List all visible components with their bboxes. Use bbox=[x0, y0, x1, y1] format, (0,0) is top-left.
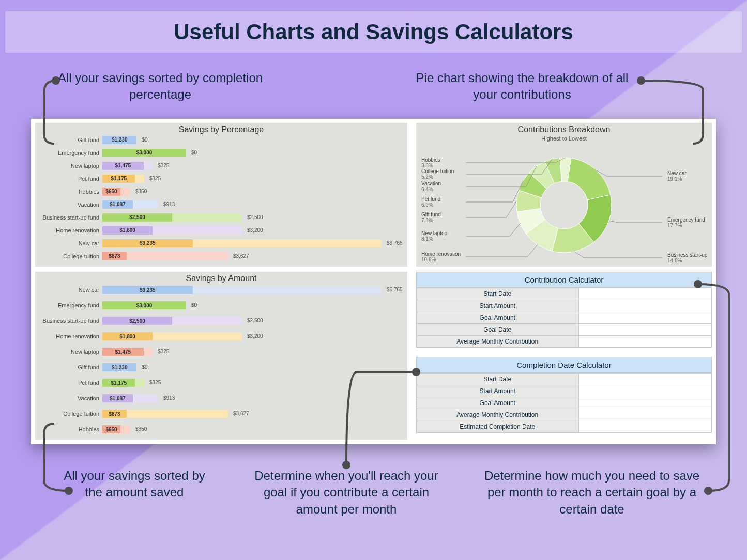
bar-segment-saved: $1,087 bbox=[102, 394, 133, 402]
bar-value-saved: $1,800 bbox=[119, 334, 135, 339]
donut-slice bbox=[568, 158, 611, 200]
bar-row: Business start-up fund$2,500$2,500 bbox=[40, 313, 403, 329]
donut-leader bbox=[574, 252, 662, 258]
bar-row: Pet fund$1,175$325 bbox=[40, 172, 403, 185]
bar-value-remaining: $3,200 bbox=[247, 333, 263, 339]
bar-row: College tuition$873$3,627 bbox=[40, 406, 403, 422]
bar-value-saved: $873 bbox=[109, 253, 120, 259]
bar-track: $873$3,627 bbox=[102, 252, 403, 260]
donut-leader bbox=[597, 170, 662, 176]
donut-wrap: New car19.1%Emergency fund17.7%Business … bbox=[416, 146, 712, 265]
bar-track: $1,230$0 bbox=[102, 136, 403, 144]
bar-track: $1,175$325 bbox=[102, 175, 403, 183]
calculator-row-value[interactable] bbox=[579, 288, 712, 300]
calculator-row-value[interactable] bbox=[579, 300, 712, 312]
bar-category-label: New laptop bbox=[40, 163, 102, 169]
donut-label: Pet fund6.9% bbox=[421, 196, 440, 208]
bar-value-remaining: $2,500 bbox=[247, 318, 263, 323]
bar-segment-remaining bbox=[127, 252, 228, 260]
bar-segment-remaining bbox=[135, 379, 144, 387]
bar-value-saved: $3,235 bbox=[140, 240, 156, 246]
bar-track: $1,800$3,200 bbox=[102, 332, 403, 340]
calculator-row-value[interactable] bbox=[579, 336, 712, 347]
bar-value-remaining: $0 bbox=[191, 150, 197, 155]
bar-row: New laptop$1,475$325 bbox=[40, 344, 403, 360]
bar-category-label: Vacation bbox=[40, 201, 102, 208]
bar-category-label: Vacation bbox=[40, 395, 102, 401]
calculator-row-label: Average Monthly Contribution bbox=[417, 409, 579, 421]
calculator-row-value[interactable] bbox=[579, 374, 712, 385]
bar-value-saved: $3,000 bbox=[136, 303, 153, 308]
calculator-row-value[interactable] bbox=[579, 397, 712, 409]
bar-value-saved: $1,475 bbox=[115, 163, 131, 168]
caption-bottom-left: All your savings sorted by the amount sa… bbox=[62, 468, 207, 501]
calculator-row-value[interactable] bbox=[579, 421, 712, 432]
bar-segment-saved: $650 bbox=[102, 425, 120, 433]
calculator-row-value[interactable] bbox=[579, 324, 712, 335]
bar-row: College tuition$873$3,627 bbox=[40, 250, 403, 262]
bar-category-label: Home renovation bbox=[40, 227, 102, 234]
page-canvas: Useful Charts and Savings Calculators Al… bbox=[0, 0, 747, 560]
bar-value-saved: $2,500 bbox=[129, 318, 145, 324]
bar-value-remaining: $3,627 bbox=[233, 253, 249, 259]
bar-value-remaining: $0 bbox=[191, 302, 197, 308]
donut-leader bbox=[466, 245, 538, 257]
bar-row: Pet fund$1,175$325 bbox=[40, 375, 403, 391]
bar-segment-saved: $3,000 bbox=[102, 149, 186, 157]
bar-value-saved: $650 bbox=[105, 189, 117, 194]
calculator-row-value[interactable] bbox=[579, 312, 712, 323]
bar-segment-saved: $1,800 bbox=[102, 332, 153, 340]
chart-contributions-breakdown: Contributions Breakdown Highest to Lowes… bbox=[416, 123, 712, 267]
bar-value-saved: $650 bbox=[105, 427, 117, 432]
calculator-row-label: Goal Amount bbox=[417, 397, 579, 409]
bar-segment-saved: $650 bbox=[102, 188, 120, 196]
bar-row: New car$3,235$6,765 bbox=[40, 282, 403, 298]
bar-segment-remaining bbox=[133, 200, 158, 209]
bar-value-remaining: $6,765 bbox=[387, 287, 403, 292]
calculator-row-label: Goal Date bbox=[417, 324, 579, 335]
bar-category-label: Emergency fund bbox=[40, 150, 102, 156]
bar-category-label: Gift fund bbox=[40, 137, 102, 143]
bar-segment-remaining bbox=[120, 188, 130, 196]
bar-track: $1,175$325 bbox=[102, 379, 403, 387]
chart-title: Contributions Breakdown bbox=[416, 125, 712, 134]
bar-track: $1,087$913 bbox=[102, 200, 403, 209]
bar-category-label: Pet fund bbox=[40, 176, 102, 182]
svg-point-1 bbox=[637, 76, 645, 85]
calculator-row-label: Start Amount bbox=[417, 385, 579, 397]
calculator-row-value[interactable] bbox=[579, 385, 712, 397]
bar-track: $3,000$0 bbox=[102, 301, 403, 309]
bar-segment-remaining bbox=[193, 286, 382, 294]
calculator-row-label: Average Monthly Contribution bbox=[417, 336, 579, 347]
calculator-title: Completion Date Calculator bbox=[417, 357, 711, 373]
bar-value-remaining: $6,765 bbox=[387, 240, 403, 246]
bar-category-label: New car bbox=[40, 287, 102, 293]
donut-label: Home renovation10.6% bbox=[421, 251, 461, 262]
bar-track: $3,235$6,765 bbox=[102, 286, 403, 294]
bar-segment-remaining bbox=[153, 332, 242, 340]
bar-segment-saved: $2,500 bbox=[102, 317, 172, 325]
bar-track: $3,235$6,765 bbox=[102, 239, 403, 247]
bar-segment-remaining bbox=[193, 239, 382, 247]
bar-category-label: Emergency fund bbox=[40, 302, 102, 308]
calculator-row-value[interactable] bbox=[579, 409, 712, 421]
bar-category-label: Hobbies bbox=[40, 426, 102, 432]
bar-category-label: Business start-up fund bbox=[40, 214, 102, 221]
bar-segment-saved: $873 bbox=[102, 410, 127, 418]
bar-value-saved: $1,800 bbox=[119, 227, 135, 233]
bar-category-label: Gift fund bbox=[40, 364, 102, 370]
calculator-row: Average Monthly Contribution bbox=[417, 335, 711, 347]
bar-value-remaining: $325 bbox=[158, 349, 169, 354]
donut-leader bbox=[466, 201, 516, 217]
calculator-row-label: Start Amount bbox=[417, 300, 579, 312]
bar-value-remaining: $0 bbox=[142, 137, 147, 143]
bar-segment-remaining bbox=[135, 175, 144, 183]
bar-track: $3,000$0 bbox=[102, 149, 403, 157]
bar-track: $650$350 bbox=[102, 188, 403, 196]
donut-leader bbox=[466, 181, 523, 202]
bar-value-remaining: $913 bbox=[163, 201, 175, 207]
calculator-row: Estimated Completion Date bbox=[417, 421, 711, 432]
svg-point-5 bbox=[704, 487, 712, 495]
bar-value-saved: $873 bbox=[109, 411, 120, 417]
bar-segment-saved: $1,175 bbox=[102, 175, 135, 183]
